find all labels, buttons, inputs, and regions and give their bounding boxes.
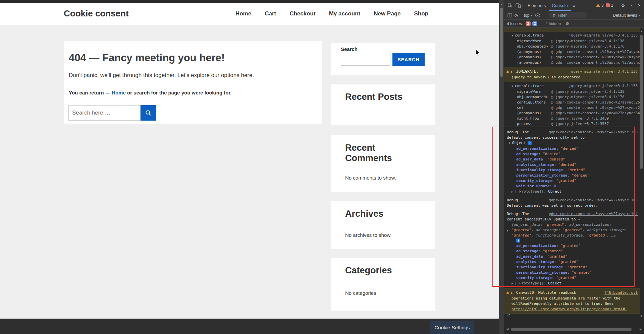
- devtools-tabbar: Elements Console » 3 2 ⚙ ⋮ ×: [504, 0, 644, 11]
- issues-blue-badge[interactable]: 2: [532, 21, 537, 26]
- widget-title: Categories: [345, 265, 422, 276]
- source-link[interactable]: @ jquery-migrate.js?ver=3.4.1:138: [551, 39, 625, 43]
- source-link[interactable]: gdpr-cookie-consent-…0async=%27async:194: [549, 211, 638, 217]
- source-link[interactable]: 746.bundle.js:1: [604, 290, 638, 295]
- error-search-input[interactable]: [68, 105, 141, 121]
- issues-label[interactable]: 4 Issues:: [507, 21, 523, 26]
- console-prompt[interactable]: >: [504, 311, 640, 319]
- expand-icon[interactable]: ▶: [512, 282, 513, 285]
- source-link[interactable]: @ gdpr-cookie-consent-…%20async=%27async: [551, 55, 640, 59]
- sidebar-widget-archives: Archives No archives to show.: [331, 201, 435, 249]
- hidden-messages-label[interactable]: 2 hidden: [545, 21, 561, 26]
- collapse-icon[interactable]: ▼: [509, 142, 511, 145]
- warning-label: JQMIGRATE:: [516, 69, 538, 74]
- source-link[interactable]: jquery-migrate.js?ver=3.4.1:138: [569, 83, 638, 89]
- source-link[interactable]: @ gdpr-cookie-consent-…%20async=%27async: [551, 60, 640, 65]
- warning-message: willReadFrequently attribute set to true…: [504, 301, 638, 307]
- debug-message: Default consent was set in correct order…: [504, 203, 638, 208]
- error-search-button[interactable]: [141, 105, 156, 121]
- context-selector[interactable]: top: [524, 13, 530, 18]
- prototype-row: ▶[[Prototype]]: Object: [504, 189, 638, 195]
- source-link[interactable]: @ jquery-migrate.js?ver=3.4.1:170: [551, 44, 625, 49]
- nav-item-new-page[interactable]: New Page: [374, 10, 400, 17]
- tab-elements[interactable]: Elements: [525, 0, 549, 11]
- device-toolbar-icon[interactable]: [516, 3, 521, 8]
- source-link[interactable]: gdpr-cookie-consent-…0async=%27async:165: [549, 198, 638, 203]
- site-title[interactable]: Cookie consent: [64, 8, 129, 19]
- error-count[interactable]: 2: [611, 3, 613, 8]
- home-link[interactable]: ← Home: [105, 90, 126, 95]
- console-vscrollbar-thumb[interactable]: [640, 35, 643, 169]
- nav-item-shop[interactable]: Shop: [414, 10, 429, 17]
- source-link[interactable]: @ gdpr-cookie-consent-…async=%27async:54: [551, 111, 640, 115]
- close-devtools-icon[interactable]: ×: [636, 3, 643, 8]
- page-scrollbar-thumb[interactable]: [500, 8, 503, 77]
- object-preview[interactable]: ▼{ad_user_data: 'granted', ad_personaliz…: [504, 222, 636, 238]
- console-trace-entry: ▼console.trace jquery-migrate.js?ver=3.4…: [504, 31, 640, 67]
- object-property: analytics_storage: "granted": [504, 259, 638, 265]
- scroll-down-arrow-icon[interactable]: ▼: [639, 314, 643, 318]
- stack-frame: (anonymous)@ gdpr-cookie-consent-…%20asy…: [504, 49, 638, 55]
- stack-frame: process@ jquery.js?ver=3.7.1:3557: [504, 121, 638, 127]
- nav-item-my-account[interactable]: My account: [329, 10, 361, 17]
- object-label[interactable]: Object: [512, 141, 526, 145]
- source-link[interactable]: @ jquery-migrate.js?ver=3.4.1:170: [551, 95, 625, 99]
- chevron-down-icon: ▾: [638, 14, 640, 17]
- object-property: personalization_storage: "denied": [504, 173, 638, 178]
- console-hscrollbar[interactable]: ◀ ▶: [505, 327, 643, 332]
- cookie-settings-button[interactable]: Cookie Settings: [430, 321, 474, 334]
- source-link[interactable]: @ gdpr-cookie-consent-…%20async=%27async: [551, 50, 640, 54]
- collapse-icon[interactable]: ▼: [507, 228, 508, 233]
- error-subtitle: Don't panic, we'll get through this toge…: [69, 72, 254, 79]
- console-toolbar: ⊘ top ▾ Filter Default levels ▾: [504, 11, 644, 20]
- more-tabs-icon[interactable]: »: [571, 3, 578, 8]
- inspect-element-icon[interactable]: [507, 3, 513, 8]
- search-widget-label: Search: [341, 46, 358, 52]
- object-property: security_storage: "granted": [504, 178, 638, 184]
- clear-console-icon[interactable]: ⊘: [512, 13, 520, 18]
- kebab-menu-icon[interactable]: ⋮: [627, 3, 636, 8]
- source-link[interactable]: jquery-migrate.js?ver=3.4.1:136: [569, 69, 638, 74]
- object-property: ad_user_data: "granted": [504, 254, 638, 259]
- warning-triangle-icon[interactable]: [596, 4, 600, 7]
- source-link[interactable]: @ jquery.js?ver=3.7.1:3557: [551, 122, 609, 126]
- nav-item-checkout[interactable]: Checkout: [289, 10, 315, 17]
- source-link[interactable]: @ jquery-migrate.js?ver=3.4.1:138: [551, 89, 625, 94]
- collapse-icon[interactable]: ▼: [512, 85, 513, 88]
- tab-console[interactable]: Console: [549, 0, 571, 11]
- expand-icon[interactable]: ▶: [511, 290, 513, 296]
- sidebar-search-button[interactable]: SEARCH: [392, 53, 425, 66]
- nav-item-home[interactable]: Home: [235, 10, 251, 17]
- debug-prefix: Debug: The: [507, 211, 529, 217]
- expand-icon[interactable]: ▶: [511, 69, 513, 75]
- scroll-up-arrow-icon[interactable]: ▲: [499, 3, 504, 7]
- nav-item-cart[interactable]: Cart: [265, 10, 276, 17]
- source-link[interactable]: @ jquery.js?ver=3.7.1:3489: [551, 116, 609, 121]
- filter-input[interactable]: Filter: [549, 12, 587, 18]
- log-levels-selector[interactable]: Default levels: [613, 13, 637, 18]
- scroll-left-arrow-icon[interactable]: ◀: [505, 327, 509, 331]
- expand-icon[interactable]: ▶: [512, 190, 513, 193]
- collapse-icon[interactable]: ▼: [512, 34, 513, 37]
- eye-icon[interactable]: [535, 13, 540, 17]
- sidebar-search-input[interactable]: [341, 53, 390, 66]
- warning-count[interactable]: 3: [601, 3, 604, 8]
- info-badge-icon[interactable]: i: [528, 141, 532, 145]
- error-badge-icon[interactable]: [606, 3, 610, 7]
- source-link[interactable]: @ gdpr-cookie-consent-…0async=%27async:2: [551, 106, 640, 110]
- issues-red-badge[interactable]: 2: [526, 21, 531, 26]
- issues-gear-icon[interactable]: ⚙: [564, 21, 571, 26]
- settings-gear-icon[interactable]: ⚙: [619, 3, 627, 8]
- widget-title: Recent Posts: [345, 92, 422, 102]
- scroll-up-arrow-icon[interactable]: ▲: [639, 29, 643, 34]
- warning-message: jQuery.fn.hover() is deprecated: [504, 75, 638, 80]
- console-sidebar-icon[interactable]: [507, 13, 512, 18]
- scroll-right-arrow-icon[interactable]: ▶: [639, 327, 643, 331]
- source-link[interactable]: @ gdpr-cookie-consent-…async=%27async:26: [551, 100, 640, 105]
- console-hscrollbar-thumb[interactable]: [511, 328, 632, 331]
- page-scrollbar[interactable]: ▲: [499, 0, 504, 334]
- trace-title: console.trace: [515, 84, 544, 88]
- source-link[interactable]: jquery-migrate.js?ver=3.4.1:138: [569, 33, 638, 38]
- source-link[interactable]: gdpr-cookie-consent-…0async=%27async:158: [549, 130, 638, 135]
- info-badge-icon[interactable]: i: [516, 239, 520, 243]
